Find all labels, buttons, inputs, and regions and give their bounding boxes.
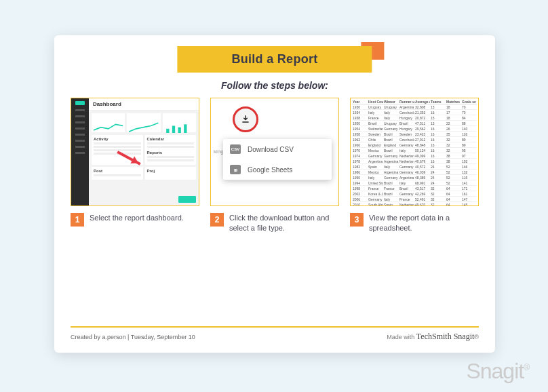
screenshot-dashboard: Dashboard Activity Calendar: [71, 98, 199, 206]
table-header-cell: Year: [352, 100, 368, 104]
step-number: 3: [350, 213, 364, 227]
title-bar: Build a Report: [177, 46, 372, 73]
step-number: 1: [71, 213, 84, 227]
download-icon: [241, 115, 250, 124]
sheets-icon: ⊞: [230, 165, 241, 174]
footer-author: Created by a.person: [71, 334, 126, 340]
page-title: Build a Report: [231, 52, 317, 66]
table-header-cell: Winner: [383, 100, 399, 104]
screenshot-download-menu: king CSV Download CSV ⊞ Google Sheets: [210, 98, 339, 206]
dashboard-heading: Dashboard: [89, 98, 199, 111]
table-row: 1954SwitzerlandGermanyHungary29,56216261…: [352, 126, 477, 132]
step-3: YearHost CountryWinnerRunner-upAverage a…: [350, 98, 479, 233]
table-row: 1938FranceItalyHungary20,872151884: [352, 115, 477, 121]
footer: Created by a.person | Tuesday, September…: [71, 326, 479, 342]
table-row: 1990ItalyGermanyArgentina48,3892452115: [352, 175, 477, 180]
table-row: 1986MexicoArgentinaGermany46,0392452132: [352, 170, 477, 175]
table-row: 1930UruguayUruguayArgentina32,808131870: [352, 104, 477, 110]
table-row: 1974GermanyGermanyNetherlands49,09916389…: [352, 153, 477, 159]
table-header-cell: Teams: [430, 100, 446, 104]
table-row: 2010South AfricaSpainNetherlands49,67032…: [352, 202, 477, 206]
table-row: 1966EnglandEnglandGermany48,848163289: [352, 142, 477, 148]
dashboard-section-calendar: Calendar: [147, 137, 195, 141]
menu-item-csv: CSV Download CSV: [223, 139, 332, 159]
footer-madewith: Made with TechSmith Snagit®: [387, 332, 479, 342]
table-row: 1962ChileBrazilCzechoslovakia27,91216328…: [352, 137, 477, 142]
table-row: 1970MexicoBrazilItaly50,124163295: [352, 148, 477, 153]
dashboard-section-reports: Reports: [147, 151, 195, 155]
menu-item-label: Google Sheets: [248, 166, 292, 174]
step-number: 2: [210, 213, 224, 227]
svg-rect-1: [172, 125, 174, 133]
menu-item-label: Download CSV: [248, 146, 294, 153]
footer-date: Tuesday, September 10: [131, 334, 195, 340]
table-header-cell: Runner-up: [399, 100, 414, 104]
svg-rect-3: [184, 124, 187, 133]
brand-name: TechSmith Snagit: [416, 332, 475, 341]
download-menu: CSV Download CSV ⊞ Google Sheets: [223, 139, 332, 180]
table-row: 2002Korea & JapanBrazilGermany42,2693264…: [352, 191, 477, 197]
dashboard-section-post: Post: [94, 169, 141, 173]
csv-icon: CSV: [230, 144, 241, 154]
dashboard-section-activity: Activity: [94, 137, 141, 141]
download-button: [233, 106, 258, 132]
background-text-fragment: king: [214, 149, 224, 155]
spreadsheet-table: YearHost CountryWinnerRunner-upAverage a…: [352, 100, 477, 204]
step-caption: View the report data in a spreadsheet.: [369, 213, 479, 233]
step-caption: Select the report dashboard.: [90, 213, 184, 223]
table-row: 1958SwedenBrazilSweden23,4231635126: [352, 132, 477, 137]
table-header-cell: Goals sc: [461, 100, 477, 104]
dashboard-sidebar: [71, 98, 89, 205]
table-header-cell: Host Country: [368, 100, 383, 104]
tutorial-card: Build a Report Follow the steps below: D…: [54, 35, 495, 353]
menu-item-sheets: ⊞ Google Sheets: [223, 159, 332, 180]
title-block: Build a Report: [177, 46, 372, 73]
steps-row: Dashboard Activity Calendar: [71, 98, 479, 233]
snagit-watermark: Snagit®: [466, 359, 529, 384]
step-caption: Click the download button and select a f…: [229, 213, 339, 233]
table-header-cell: Matches: [446, 100, 461, 104]
table-header-cell: Average attendance: [414, 100, 430, 104]
table-row: 1982SpainItalyGermany40,5722452146: [352, 164, 477, 170]
table-row: 1998FranceFranceBrazil43,5173264171: [352, 186, 477, 191]
screenshot-spreadsheet: YearHost CountryWinnerRunner-upAverage a…: [350, 98, 479, 206]
table-row: 1994United StatesBrazilItaly68,991245214…: [352, 180, 477, 186]
table-row: 2006GermanyItalyFrance52,4913264147: [352, 197, 477, 202]
footer-credits: Created by a.person | Tuesday, September…: [71, 334, 195, 340]
table-row: 1934ItalyItalyCzechoslovakia21,353161770: [352, 110, 477, 115]
svg-rect-2: [178, 128, 180, 134]
svg-rect-0: [166, 129, 169, 133]
table-row: 1950BrazilUruguayBrazil47,511132288: [352, 121, 477, 126]
table-row: 1978ArgentinaArgentinaNetherlands40,6791…: [352, 159, 477, 164]
step-1: Dashboard Activity Calendar: [71, 98, 199, 233]
step-2: king CSV Download CSV ⊞ Google Sheets 2 …: [210, 98, 339, 233]
subtitle: Follow the steps below:: [54, 80, 495, 91]
dashboard-section-proj: Proj: [147, 169, 195, 173]
